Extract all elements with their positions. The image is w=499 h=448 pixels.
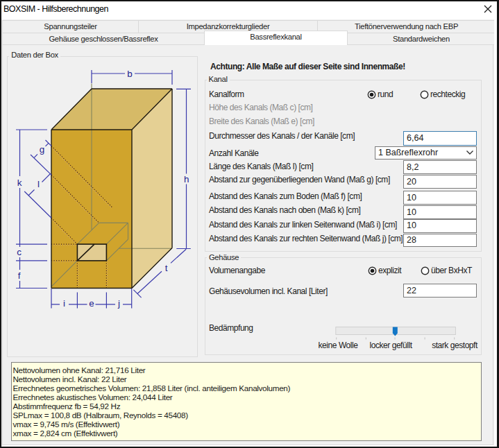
svg-text:l: l <box>37 179 40 189</box>
svg-text:j: j <box>117 298 120 309</box>
svg-text:f: f <box>18 270 21 281</box>
svg-text:i: i <box>63 298 65 309</box>
svg-text:g: g <box>40 144 44 155</box>
svg-text:h: h <box>184 174 189 184</box>
svg-text:k: k <box>17 178 22 188</box>
svg-text:b: b <box>127 69 132 79</box>
svg-text:c: c <box>17 247 22 257</box>
svg-text:t: t <box>165 263 168 273</box>
svg-text:e: e <box>89 298 94 309</box>
